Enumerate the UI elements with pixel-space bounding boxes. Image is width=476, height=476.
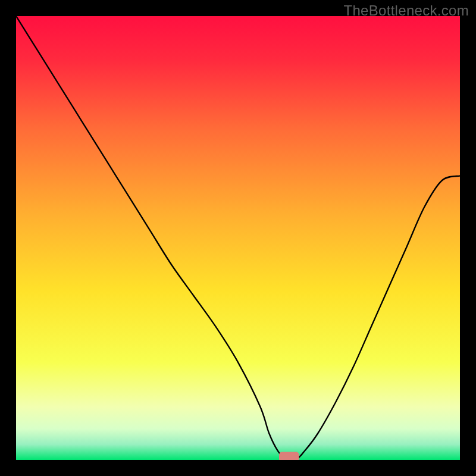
min-marker (279, 452, 299, 460)
chart-frame: TheBottleneck.com (0, 0, 476, 476)
chart-svg (16, 16, 460, 460)
watermark-text: TheBottleneck.com (343, 2, 469, 19)
plot-area (16, 16, 460, 460)
chart-background (16, 16, 460, 460)
